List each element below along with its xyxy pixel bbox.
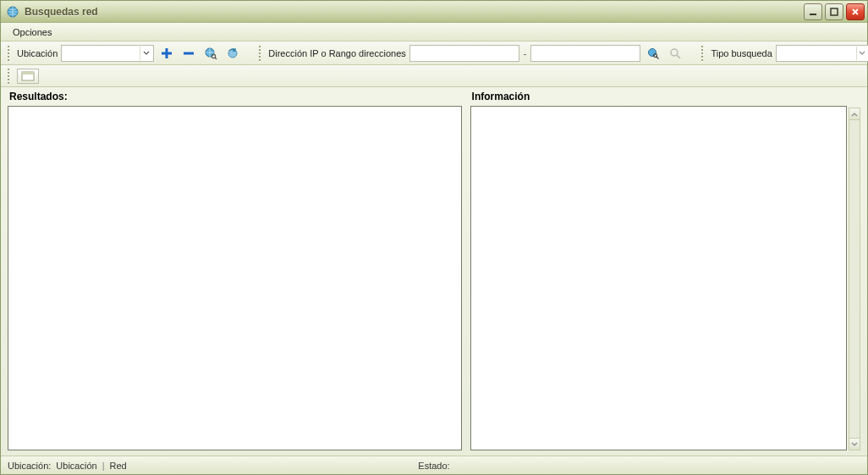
chevron-down-icon[interactable]	[140, 47, 151, 60]
tipo-combo[interactable]	[776, 45, 868, 62]
lookup-button[interactable]	[644, 44, 662, 63]
add-button[interactable]	[157, 44, 176, 63]
ubicacion-combo[interactable]	[61, 45, 154, 62]
app-icon	[6, 5, 19, 19]
status-red-value: Red	[110, 461, 127, 471]
scroll-up-icon[interactable]	[849, 108, 860, 120]
ubicacion-label: Ubicación	[17, 48, 58, 58]
toolbar-grip[interactable]	[8, 46, 12, 61]
ip-from-input[interactable]	[409, 45, 519, 62]
app-window: Busquedas red Opciones Ubicación	[0, 0, 868, 475]
tb-group-ubicacion: Ubicación	[4, 44, 242, 63]
informacion-scrollbar[interactable]	[849, 108, 860, 450]
toolbar-grip[interactable]	[259, 46, 263, 61]
chevron-down-icon[interactable]	[856, 47, 868, 60]
statusbar: Ubicación: Ubicación | Red Estado:	[1, 456, 867, 474]
maximize-button[interactable]	[825, 3, 843, 20]
toolbar-main: Ubicación Dirección IP o R	[1, 41, 867, 65]
resultados-pane: Resultados:	[8, 89, 462, 450]
search-disabled-button	[666, 44, 684, 63]
status-estado-label: Estado:	[418, 461, 449, 471]
network-refresh-button[interactable]	[223, 44, 242, 63]
svg-point-8	[671, 49, 678, 56]
svg-rect-1	[810, 14, 816, 15]
status-separator: |	[102, 461, 105, 471]
menubar: Opciones	[1, 23, 867, 41]
informacion-box[interactable]	[470, 106, 847, 450]
globe-search-button[interactable]	[201, 44, 220, 63]
window-title: Busquedas red	[25, 6, 804, 18]
tb-group-direccion: Dirección IP o Rango direcciones -	[255, 44, 684, 63]
status-ubicacion-label: Ubicación:	[8, 461, 51, 471]
resultados-header: Resultados:	[8, 89, 462, 106]
minimize-button[interactable]	[804, 3, 822, 20]
tipo-label: Tipo busqueda	[711, 48, 772, 58]
svg-point-6	[649, 48, 656, 56]
menu-opciones[interactable]: Opciones	[6, 25, 58, 39]
remove-button[interactable]	[179, 44, 198, 63]
informacion-header: Información	[470, 89, 847, 106]
status-ubicacion-value: Ubicación	[56, 461, 96, 471]
svg-rect-13	[22, 72, 34, 75]
ip-range-dash: -	[523, 48, 528, 58]
tb-group-tipo: Tipo busqueda	[698, 45, 868, 62]
window-buttons	[804, 3, 865, 20]
content-area: Resultados: Información	[1, 87, 867, 456]
panel-tab-button[interactable]	[17, 69, 39, 84]
svg-rect-2	[831, 8, 838, 15]
close-button[interactable]	[846, 3, 865, 20]
resultados-box[interactable]	[8, 106, 462, 450]
informacion-pane: Información	[470, 89, 847, 450]
toolbar-grip[interactable]	[701, 46, 706, 61]
tb-group-tabs	[4, 69, 39, 84]
toolbar-grip[interactable]	[8, 69, 12, 84]
toolbar-tabs	[1, 65, 867, 87]
scroll-down-icon[interactable]	[849, 438, 860, 450]
titlebar[interactable]: Busquedas red	[1, 1, 867, 23]
ip-to-input[interactable]	[530, 45, 640, 62]
direccion-label: Dirección IP o Rango direcciones	[268, 48, 405, 58]
